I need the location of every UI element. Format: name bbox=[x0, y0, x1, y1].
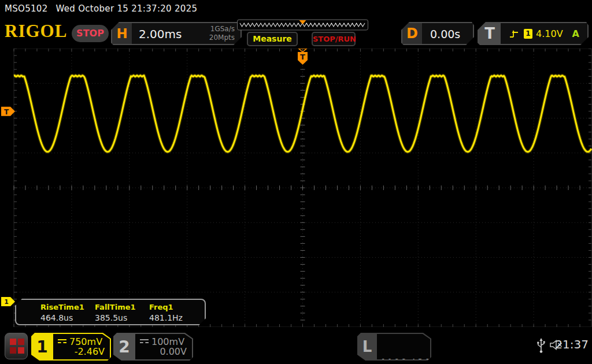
stop-run-button[interactable]: STOP/RUN bbox=[312, 32, 356, 46]
clock-text: 21:37 bbox=[555, 337, 589, 351]
measure-button[interactable]: Measure bbox=[247, 32, 298, 46]
waveform-overview-strip[interactable] bbox=[237, 19, 368, 31]
measurement-falltime: FallTime1 385.5us bbox=[95, 303, 136, 322]
logic-row-1: 0 1 2 3 4 5 6 7 bbox=[381, 357, 452, 364]
dc-coupling-icon bbox=[58, 339, 66, 344]
channel1-badge[interactable]: 1 750mV -2.46V bbox=[31, 333, 111, 361]
mem-depth: 20Mpts bbox=[209, 34, 235, 42]
samplerate-memdepth: 1GSa/s 20Mpts bbox=[209, 25, 235, 42]
channel2-offset: 0.00V bbox=[160, 346, 187, 357]
scope-graticule: TT1 bbox=[0, 49, 592, 327]
channel1-offset: -2.46V bbox=[75, 346, 105, 357]
delay-panel[interactable]: D 0.00s bbox=[401, 22, 474, 45]
delay-label: D bbox=[406, 25, 418, 42]
measurement-label: RiseTime1 bbox=[40, 303, 84, 311]
horizontal-panel[interactable]: H 2.00ms 1GSa/s 20Mpts bbox=[111, 22, 242, 45]
timebase-value: 2.00ms bbox=[139, 27, 182, 41]
datetime-text: Wed October 15 21:37:20 2025 bbox=[56, 3, 198, 14]
channel2-number: 2 bbox=[113, 333, 135, 361]
measurement-value: 481.1Hz bbox=[149, 313, 183, 322]
channel2-badge[interactable]: 2 100mV 0.00V bbox=[113, 333, 193, 361]
dc-coupling-icon bbox=[140, 339, 149, 344]
channel1-number: 1 bbox=[31, 333, 53, 361]
channel1-values: 750mV -2.46V bbox=[53, 334, 110, 359]
delay-tab: D bbox=[402, 23, 422, 44]
sample-rate: 1GSa/s bbox=[209, 25, 235, 34]
trigger-label: T bbox=[484, 25, 495, 42]
trigger-mode-auto: A bbox=[572, 28, 579, 39]
run-state-badge: STOP bbox=[72, 25, 109, 42]
logic-channel-list: 0 1 2 3 4 5 6 7 8 9 1011 12131415 bbox=[377, 334, 430, 359]
oscilloscope-screen: MSO5102Wed October 15 21:37:20 2025 RIGO… bbox=[0, 0, 592, 364]
svg-text:T: T bbox=[300, 53, 305, 61]
trigger-level-value: 4.10V bbox=[536, 28, 563, 39]
trigger-source-badge: 1 bbox=[524, 29, 532, 39]
header-bar: RIGOL STOP H 2.00ms 1GSa/s 20Mpts Measur… bbox=[0, 17, 592, 49]
measurement-label: Freq1 bbox=[149, 303, 183, 311]
usb-icon bbox=[536, 337, 546, 354]
waveform-display[interactable]: TT1 bbox=[0, 49, 592, 327]
svg-text:T: T bbox=[4, 108, 9, 116]
measurement-value: 464.8us bbox=[40, 313, 84, 322]
measurement-label: FallTime1 bbox=[95, 303, 136, 311]
trigger-tab: T bbox=[479, 23, 501, 44]
model-name: MSO5102 bbox=[5, 3, 48, 14]
horizontal-tab: H bbox=[112, 23, 132, 44]
measurement-results-box[interactable]: RiseTime1 464.8us FallTime1 385.5us Freq… bbox=[15, 299, 206, 325]
measurement-value: 385.5us bbox=[95, 313, 136, 322]
multi-window-icon[interactable] bbox=[5, 333, 28, 359]
logic-label: L bbox=[357, 333, 377, 361]
logic-channels-badge[interactable]: L 0 1 2 3 4 5 6 7 8 9 1011 12131415 bbox=[357, 333, 431, 361]
rising-edge-icon bbox=[509, 29, 519, 39]
delay-value: 0.00s bbox=[430, 28, 460, 40]
horizontal-label: H bbox=[116, 26, 127, 41]
channel2-values: 100mV 0.00V bbox=[135, 334, 192, 359]
measurement-freq: Freq1 481.1Hz bbox=[149, 303, 183, 322]
trigger-panel[interactable]: T 1 4.10V A bbox=[478, 22, 589, 45]
svg-text:1: 1 bbox=[4, 298, 9, 306]
measurement-risetime: RiseTime1 464.8us bbox=[40, 303, 84, 322]
rigol-logo: RIGOL bbox=[5, 21, 67, 42]
status-bar: MSO5102Wed October 15 21:37:20 2025 bbox=[0, 0, 592, 17]
channel-status-bar: 1 750mV -2.46V 2 100mV 0.00V L 0 1 2 3 4… bbox=[0, 327, 592, 364]
